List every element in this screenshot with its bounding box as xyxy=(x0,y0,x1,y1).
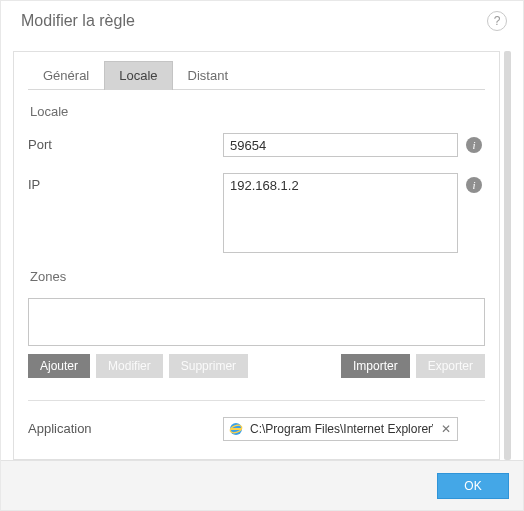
ip-label: IP xyxy=(28,173,223,192)
dialog-title: Modifier la règle xyxy=(21,12,135,30)
tab-general[interactable]: Général xyxy=(28,61,104,90)
ie-icon xyxy=(228,421,244,437)
edit-button: Modifier xyxy=(96,354,163,378)
ok-button[interactable]: OK xyxy=(437,473,509,499)
application-picker[interactable]: C:\Program Files\Internet Explorer\ ✕ xyxy=(223,417,458,441)
export-button: Exporter xyxy=(416,354,485,378)
dialog-modify-rule: Modifier la règle ? Général Locale Dista… xyxy=(0,0,524,511)
help-icon[interactable]: ? xyxy=(487,11,507,31)
application-path: C:\Program Files\Internet Explorer\ xyxy=(250,422,433,436)
row-application: Application C:\Program Files\Internet Ex… xyxy=(28,417,485,441)
section-locale-label: Locale xyxy=(30,104,485,119)
zones-button-row: Ajouter Modifier Supprimer Importer Expo… xyxy=(28,354,485,378)
import-button[interactable]: Importer xyxy=(341,354,410,378)
port-label: Port xyxy=(28,133,223,152)
dialog-footer: OK xyxy=(1,460,523,510)
port-input[interactable] xyxy=(223,133,458,157)
tab-bar: Général Locale Distant xyxy=(28,60,485,90)
divider xyxy=(28,400,485,401)
scrollbar[interactable] xyxy=(504,51,511,460)
clear-icon[interactable]: ✕ xyxy=(439,422,453,436)
delete-button: Supprimer xyxy=(169,354,248,378)
content-panel: Général Locale Distant Locale Port i IP … xyxy=(13,51,500,460)
tab-local[interactable]: Locale xyxy=(104,61,172,90)
row-ip: IP i xyxy=(28,173,485,253)
zones-label: Zones xyxy=(30,269,485,284)
dialog-body: Général Locale Distant Locale Port i IP … xyxy=(1,41,523,460)
add-button[interactable]: Ajouter xyxy=(28,354,90,378)
zones-listbox[interactable] xyxy=(28,298,485,346)
dialog-header: Modifier la règle ? xyxy=(1,1,523,41)
row-port: Port i xyxy=(28,133,485,157)
application-label: Application xyxy=(28,417,223,436)
info-icon[interactable]: i xyxy=(466,177,482,193)
ip-input[interactable] xyxy=(223,173,458,253)
info-icon[interactable]: i xyxy=(466,137,482,153)
tab-remote[interactable]: Distant xyxy=(173,61,243,90)
